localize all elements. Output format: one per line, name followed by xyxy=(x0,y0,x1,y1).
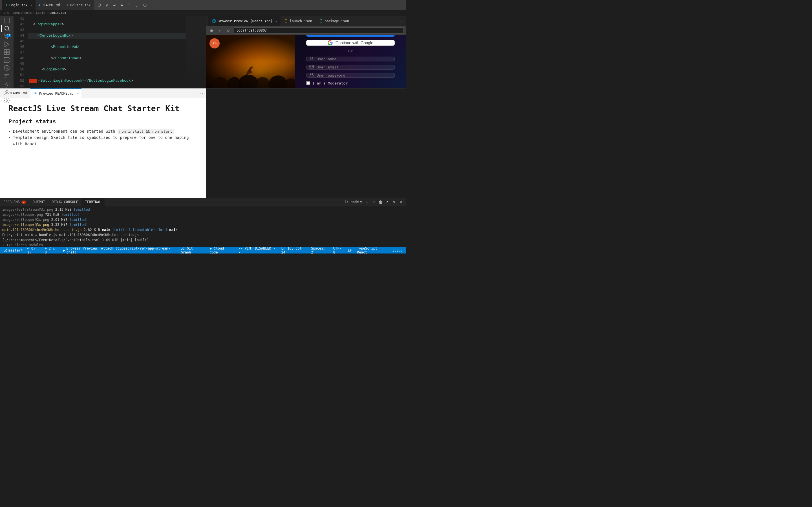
tab-login-tsx[interactable]: T Login.tsx ✕ xyxy=(2,0,36,10)
tab-label: Router.tsx xyxy=(70,3,91,7)
tab-debug-console[interactable]: DEBUG CONSOLE xyxy=(48,198,82,206)
activity-test[interactable] xyxy=(1,57,12,63)
status-spaces[interactable]: Spaces: 2 xyxy=(310,247,329,253)
readme-tab-close[interactable]: ✕ xyxy=(77,92,78,95)
moderator-checkbox[interactable] xyxy=(306,81,310,85)
status-language[interactable]: TypeScript React xyxy=(356,247,389,253)
browser-more-btn[interactable]: ··· xyxy=(397,19,404,23)
status-cloud-code[interactable]: ◈ Cloud Code xyxy=(209,247,234,253)
facebook-icon: f xyxy=(327,35,329,37)
breadcrumb-src[interactable]: src xyxy=(3,11,9,15)
activity-settings[interactable] xyxy=(1,97,12,104)
moderator-checkbox-row: I am a Moderator xyxy=(306,81,395,86)
google-login-btn[interactable]: Continue with Google xyxy=(306,40,395,46)
email-input[interactable]: User email xyxy=(306,65,395,69)
activity-explorer[interactable] xyxy=(1,17,12,24)
terminal-area[interactable]: images/test/stream@3x.png 2.13 MiB [emit… xyxy=(0,206,406,247)
down-btn[interactable]: ⌄ xyxy=(133,0,140,10)
activity-remote[interactable] xyxy=(1,81,12,88)
browser-tab-close[interactable]: ✕ xyxy=(275,20,277,23)
browser-layout-btn[interactable]: ⊞ xyxy=(208,27,214,34)
terminal-collapse-btn[interactable]: ∧ xyxy=(385,199,390,205)
sync-text: ⊙ 0↑ 1↓ xyxy=(28,246,40,253)
breadcrumb-file[interactable]: Login.tsx xyxy=(49,11,66,15)
line-numbers: 41 42 43 44 45 46 47 48 49 50 51 52 53 5… xyxy=(13,16,28,88)
readme-title: ReactJS Live Stream Chat Starter Kit xyxy=(8,104,197,114)
crowd-svg xyxy=(206,56,295,88)
view-btn[interactable]: ⬡ xyxy=(141,0,149,10)
split-editor-btn[interactable]: ⬡ xyxy=(95,0,103,10)
username-input[interactable]: User name xyxy=(306,57,395,61)
tab-readme-md[interactable]: ℹ README.md xyxy=(36,0,63,10)
browser-refresh-btn[interactable]: ↻ xyxy=(225,27,232,34)
tsx-icon: T xyxy=(6,3,8,7)
code-line-41 xyxy=(28,16,186,22)
readme-project-status-heading: Project status xyxy=(8,118,197,125)
up-btn[interactable]: ⌃ xyxy=(126,0,133,10)
breadcrumb-components[interactable]: components xyxy=(13,11,32,15)
browser-tab-package[interactable]: {} package.json xyxy=(315,16,352,26)
code-editor[interactable]: 41 42 43 44 45 46 47 48 49 50 51 52 53 5… xyxy=(13,16,206,88)
activity-source-control[interactable]: 19 xyxy=(1,33,12,40)
activity-search[interactable] xyxy=(1,25,12,32)
readme-tab-preview[interactable]: 👁 Preview README.md ✕ xyxy=(31,89,82,98)
activity-debug[interactable] xyxy=(1,64,12,71)
activity-run[interactable] xyxy=(1,41,12,48)
browser-tab-preview[interactable]: 🌐 Browser Preview (React App) ✕ xyxy=(208,16,281,26)
activity-git[interactable] xyxy=(1,72,12,79)
tab-problems[interactable]: PROBLEMS 2 xyxy=(0,198,29,206)
browser-tab-launch[interactable]: {} launch.json xyxy=(281,16,315,26)
readme-more-btn[interactable]: ··· xyxy=(197,91,204,96)
tab-router-tsx[interactable]: T Router.tsx xyxy=(63,0,94,10)
password-input[interactable]: User password xyxy=(306,73,395,78)
browser-url-bar[interactable]: localhost:8080/ xyxy=(234,27,404,34)
svg-point-1 xyxy=(5,26,9,30)
forward-btn[interactable]: ↪ xyxy=(118,0,125,10)
browser-tab-label-launch: launch.json xyxy=(290,19,312,23)
code-content[interactable]: <LoginWrapper> <CenterLoginBox> <Promoti… xyxy=(28,16,186,88)
status-encoding[interactable]: UTF-8 xyxy=(332,247,344,253)
status-version[interactable]: 3.8.3 xyxy=(391,247,404,253)
errors-text: ⊗ 2 ⚠ 0 xyxy=(45,246,57,253)
tab-close-login[interactable]: ✕ xyxy=(31,4,32,7)
preview-task-text: Browser Preview: Attach (typescript-ref-… xyxy=(66,246,175,253)
terminal-trash-btn[interactable]: 🗑 xyxy=(378,199,384,205)
terminal-select[interactable]: 1: node ∨ xyxy=(342,198,364,206)
lock-icon xyxy=(309,73,314,78)
status-git-graph[interactable]: ⎇ Git Graph xyxy=(180,247,205,253)
status-sync[interactable]: ⊙ 0↑ 1↓ xyxy=(26,247,42,253)
title-bar: T Login.tsx ✕ ℹ README.md T Router.tsx ⬡… xyxy=(0,0,406,10)
activity-extensions[interactable] xyxy=(1,49,12,55)
divider-left xyxy=(306,51,345,51)
readme-content: ReactJS Live Stream Chat Starter Kit Pro… xyxy=(0,98,206,153)
error-indicator xyxy=(29,79,37,83)
login-panel: f Continue with Facebook xyxy=(295,35,406,88)
breadcrumb-more[interactable]: ... xyxy=(70,11,76,15)
toggle-layout-btn[interactable]: ⇄ xyxy=(104,0,110,10)
more-btn[interactable]: ··· xyxy=(149,0,161,10)
terminal-expand-btn[interactable]: ∨ xyxy=(391,199,397,205)
back-btn[interactable]: ↩ xyxy=(111,0,118,10)
terminal-add-btn[interactable]: + xyxy=(364,199,370,205)
status-branch[interactable]: ⎇ master* xyxy=(2,247,24,253)
minimap xyxy=(186,16,206,88)
breadcrumb-login[interactable]: Login xyxy=(36,11,45,15)
status-position[interactable]: Ln 16, Col 24 xyxy=(280,247,307,253)
status-eol[interactable]: LF xyxy=(347,247,353,253)
browser-back-btn[interactable]: ← xyxy=(217,27,223,34)
activity-accounts[interactable] xyxy=(1,89,12,96)
tab-output[interactable]: OUTPUT xyxy=(29,198,48,206)
terminal-split-btn[interactable]: ⊞ xyxy=(371,199,377,205)
divider-right xyxy=(356,51,395,51)
bottom-panels-row: ℹ README.md 👁 Preview README.md ✕ ··· Re… xyxy=(0,88,406,198)
status-errors[interactable]: ⊗ 2 ⚠ 0 xyxy=(43,247,59,253)
status-vim[interactable]: -- VIM: DISABLED -- xyxy=(238,247,276,253)
status-preview-task[interactable]: ▶ Browser Preview: Attach (typescript-re… xyxy=(62,247,176,253)
live-indicator: Pn xyxy=(209,38,220,48)
terminal-close-btn[interactable]: ✕ xyxy=(398,199,404,205)
facebook-login-btn[interactable]: f Continue with Facebook xyxy=(306,35,395,37)
code-line-52: <ButtonLoginFacebook></ButtonLoginFacebo… xyxy=(28,78,186,83)
svg-point-12 xyxy=(6,100,8,101)
tab-terminal[interactable]: TERMINAL xyxy=(82,198,105,206)
version-text: 3.8.3 xyxy=(393,248,403,252)
